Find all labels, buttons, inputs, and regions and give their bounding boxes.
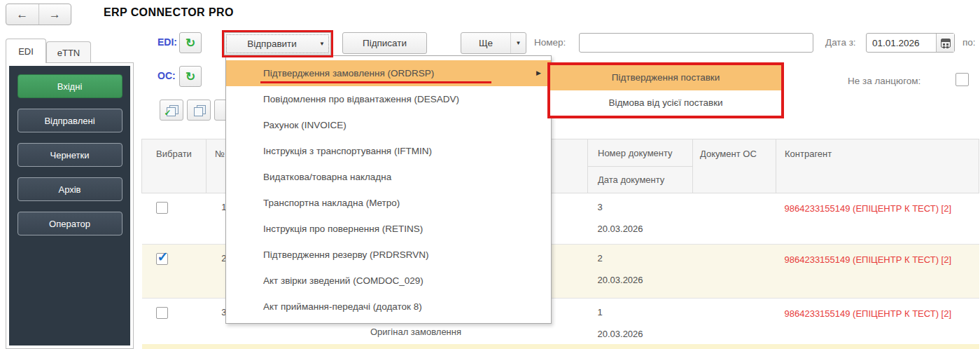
edi-refresh-button[interactable]: ↻ xyxy=(179,32,202,53)
select-all-button[interactable]: ✓ xyxy=(160,100,183,121)
number-label: Номер: xyxy=(534,37,566,48)
doc-date: 20.03.2026 xyxy=(598,275,693,285)
chevron-down-icon: ▼ xyxy=(319,41,325,47)
sidebar-item-inbox[interactable]: Вхідні xyxy=(18,74,122,98)
date-from-field[interactable]: 01.01.2026 xyxy=(866,33,955,53)
check-icon: ✓ xyxy=(158,249,169,265)
row-checkbox[interactable]: ✓ xyxy=(156,253,168,265)
column-header-select[interactable]: Вибрати xyxy=(142,139,206,193)
tab-ettn[interactable]: eTTN xyxy=(46,41,91,63)
back-arrow-icon: ← xyxy=(16,8,28,22)
contragent-cell: 9864233155149 (ЕПІЦЕНТР К ТЕСТ) [2] xyxy=(776,193,979,245)
menu-item-transport-metro[interactable]: Транспортна накладна (Метро) xyxy=(226,190,551,216)
not-chain-label: Не за ланцюгом: xyxy=(848,76,920,86)
calendar-icon xyxy=(941,39,951,48)
back-button[interactable]: ← xyxy=(6,4,39,25)
column-header-contragent[interactable]: Контрагент xyxy=(776,139,979,193)
sidebar-item-archive[interactable]: Архів xyxy=(18,177,122,201)
doc-os-cell xyxy=(693,245,776,299)
doc-number: 3 xyxy=(598,202,693,212)
annotation-box-submenu: Підтвердження поставки Відмова від усієї… xyxy=(547,62,784,118)
more-button[interactable]: Ще ▼ xyxy=(461,32,526,54)
menu-item-desadv[interactable]: Повідомлення про відвантаження (DESADV) xyxy=(226,86,551,112)
sidebar: Вхідні Відправлені Чернетки Архів Операт… xyxy=(9,66,130,345)
send-dropdown-menu: Підтвердження замовлення (ORDRSP) ▶ Пові… xyxy=(225,55,552,324)
send-button[interactable]: Відправити ▼ xyxy=(224,32,331,55)
menu-item-label: Підтвердження замовлення (ORDRSP) xyxy=(263,68,434,78)
sidebar-item-operator[interactable]: Оператор xyxy=(18,212,122,235)
date-from-value: 01.01.2026 xyxy=(867,38,936,48)
sidebar-item-sent[interactable]: Відправлені xyxy=(18,109,122,132)
not-chain-checkbox[interactable] xyxy=(955,73,969,86)
number-input[interactable] xyxy=(579,33,813,53)
annotation-underline xyxy=(260,81,491,83)
sign-button[interactable]: Підписати xyxy=(342,32,427,54)
page-title: ERP CONNECTOR PRO xyxy=(104,6,234,19)
submenu-item-refuse-delivery[interactable]: Відмова від усієї поставки xyxy=(550,90,781,116)
column-header-doc-date[interactable]: Дата документу xyxy=(588,167,693,193)
doc-number: 2 xyxy=(598,253,693,264)
column-header-doc-number[interactable]: Номер документу xyxy=(588,139,693,167)
menu-item-vydatkova[interactable]: Видаткова/товарна накладна xyxy=(226,164,551,190)
doc-os-cell xyxy=(693,299,776,344)
doc-os-cell xyxy=(693,193,776,245)
chevron-down-icon: ▼ xyxy=(516,40,522,46)
select-all-documents-icon: ✓ xyxy=(167,105,177,115)
documents-stack-icon xyxy=(194,105,204,115)
menu-item-iftmin[interactable]: Інструкція з транспортування (IFTMIN) xyxy=(226,138,551,164)
date-from-label: Дата з: xyxy=(825,37,856,48)
tab-edi[interactable]: EDI xyxy=(6,39,46,63)
submenu-item-confirm-delivery[interactable]: Підтвердження поставки xyxy=(550,65,781,90)
history-nav-group: ← → xyxy=(6,4,71,25)
table-row-partial[interactable] xyxy=(142,344,979,349)
edi-section-label: EDI: xyxy=(158,36,177,48)
menu-item-comdoc029[interactable]: Акт звірки зведений (COMDOC_029) xyxy=(226,268,551,294)
date-to-label: по: xyxy=(962,37,976,48)
more-button-label: Ще xyxy=(461,38,510,48)
column-header-doc-os[interactable]: Документ ОС xyxy=(693,139,776,193)
menu-item-invoice[interactable]: Рахунок (INVOICE) xyxy=(226,112,551,138)
menu-item-dodatok8[interactable]: Акт приймання-передачі (додаток 8) xyxy=(226,294,551,320)
submenu-arrow-icon: ▶ xyxy=(536,60,541,86)
contragent-cell: 9864233155149 (ЕПІЦЕНТР К ТЕСТ) [2] xyxy=(776,245,979,299)
doc-date: 20.03.2026 xyxy=(598,329,693,339)
sidebar-panel: Вхідні Відправлені Чернетки Архів Операт… xyxy=(6,62,134,349)
row-checkbox[interactable]: ✓ xyxy=(156,202,168,214)
menu-item-retins[interactable]: Інструкція про повернення (RETINS) xyxy=(226,216,551,242)
sidebar-item-drafts[interactable]: Чернетки xyxy=(18,143,122,167)
annotation-box-send: Відправити ▼ xyxy=(222,30,333,57)
unselect-all-button[interactable] xyxy=(187,100,211,121)
refresh-icon: ↻ xyxy=(186,37,195,49)
row-checkbox[interactable]: ✓ xyxy=(156,307,168,319)
doc-number: 1 xyxy=(598,307,693,317)
erp-connector-window: ← → ERP CONNECTOR PRO EDI eTTN Вхідні Ві… xyxy=(0,0,980,349)
refresh-icon: ↻ xyxy=(186,71,195,83)
menu-item-prdrsrvn[interactable]: Підтвердження резерву (PRDRSRVN) xyxy=(226,242,551,268)
contragent-cell: 9864233155149 (ЕПІЦЕНТР К ТЕСТ) [2] xyxy=(776,299,979,344)
os-refresh-button[interactable]: ↻ xyxy=(179,66,202,87)
send-button-label: Відправити xyxy=(225,39,319,49)
forward-button[interactable]: → xyxy=(39,4,71,25)
os-section-label: ОС: xyxy=(158,70,176,81)
menu-item-ordrsp[interactable]: Підтвердження замовлення (ORDRSP) ▶ xyxy=(226,60,551,86)
doc-date: 20.03.2026 xyxy=(598,224,693,234)
calendar-button[interactable] xyxy=(936,34,954,52)
forward-arrow-icon: → xyxy=(49,8,61,22)
